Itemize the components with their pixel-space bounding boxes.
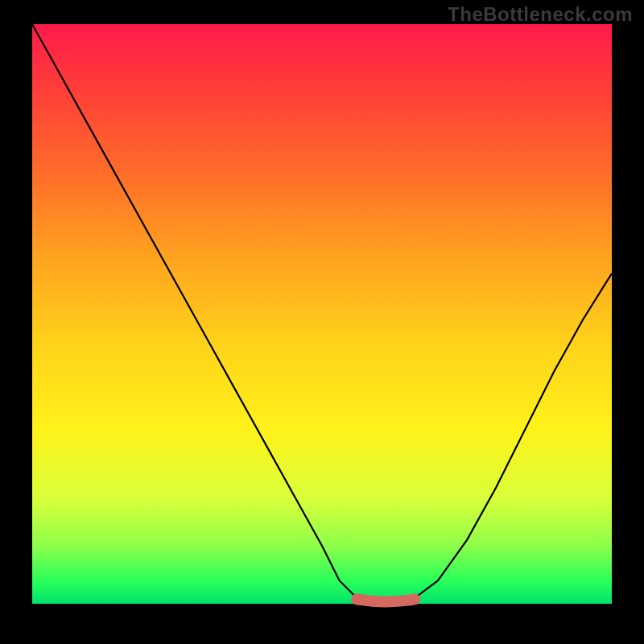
watermark-text: TheBottleneck.com bbox=[448, 3, 633, 26]
bottleneck-curve bbox=[32, 24, 612, 604]
curve-svg bbox=[32, 24, 612, 604]
chart-frame: TheBottleneck.com bbox=[0, 0, 644, 644]
flat-highlight-segment bbox=[357, 599, 415, 601]
plot-area bbox=[32, 24, 612, 604]
